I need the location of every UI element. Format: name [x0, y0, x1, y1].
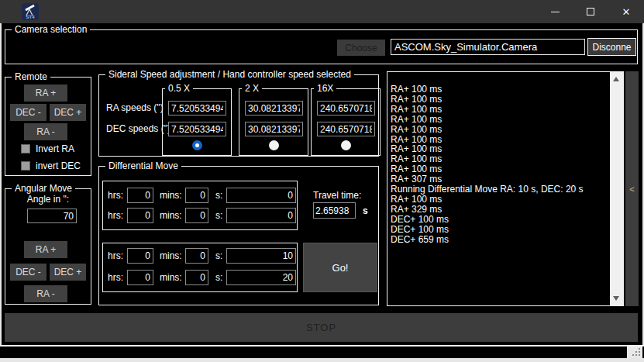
speed-group-05x: 0.5 X: [162, 88, 232, 156]
speed-05x-ra-input[interactable]: [168, 101, 226, 115]
speed-2x-radio[interactable]: [269, 140, 279, 150]
go-button[interactable]: Go!: [303, 243, 377, 292]
speed-16x-ra-input[interactable]: [317, 101, 375, 115]
dec-speeds-label: DEC speeds ("): [106, 123, 170, 134]
angular-dec-minus-button[interactable]: DEC -: [10, 264, 46, 281]
diff-target-dec-mins-input[interactable]: [185, 270, 208, 285]
speed-2x-dec-input[interactable]: [245, 122, 303, 136]
diff-current-dec-s-input[interactable]: [226, 208, 296, 223]
angular-ra-minus-button[interactable]: RA -: [24, 285, 67, 302]
mins-label: mins:: [160, 210, 185, 221]
travel-time-unit: s: [363, 205, 368, 216]
camera-selection-title: Camera selection: [12, 24, 90, 35]
window-controls: ✕: [537, 0, 644, 23]
log-entry: DEC+ 100 ms: [391, 225, 608, 235]
log-entry: RA+ 100 ms: [391, 84, 608, 95]
speed-16x-title: 16X: [314, 83, 336, 94]
speed-2x-title: 2 X: [242, 83, 262, 94]
diff-current-ra-mins-input[interactable]: [185, 188, 208, 203]
speed-05x-title: 0.5 X: [165, 83, 193, 94]
diff-target-ra-mins-input[interactable]: [185, 248, 208, 264]
invert-ra-checkbox[interactable]: [21, 144, 30, 153]
log-entry: RA+ 100 ms: [391, 105, 608, 115]
close-button[interactable]: ✕: [608, 0, 644, 23]
mins-label: mins:: [160, 272, 185, 283]
status-bar: [0, 345, 644, 358]
scroll-down-icon[interactable]: [613, 296, 619, 301]
s-label: s:: [215, 250, 226, 261]
angular-dec-plus-button[interactable]: DEC +: [50, 264, 86, 281]
speed-2x-ra-input[interactable]: [245, 101, 303, 115]
invert-dec-row: invert DEC: [21, 160, 81, 171]
angle-input[interactable]: [27, 209, 77, 223]
differential-move-title: Differential Move: [105, 160, 181, 171]
remote-dec-minus-button[interactable]: DEC -: [10, 104, 46, 121]
angle-in-label: Angle in ":: [5, 194, 91, 205]
speed-05x-radio[interactable]: [192, 140, 202, 150]
diff-target-dec-s-input[interactable]: [226, 270, 296, 285]
speed-16x-dec-input[interactable]: [317, 122, 375, 136]
mins-label: mins:: [160, 190, 185, 201]
speed-group-16x: 16X: [311, 88, 381, 156]
angular-move-group: Angular Move Angle in ": RA + DEC - DEC …: [5, 188, 91, 305]
speed-05x-dec-input[interactable]: [168, 122, 226, 136]
sideral-speed-group: Sideral Speed adjustment / Hand controll…: [98, 74, 379, 157]
choose-camera-button[interactable]: Choose: [337, 40, 385, 56]
sideral-speed-title: Sideral Speed adjustment / Hand controll…: [105, 69, 354, 80]
remote-ra-minus-button[interactable]: RA -: [24, 123, 67, 140]
maximize-button[interactable]: [573, 0, 608, 23]
diff-target-ra-s-input[interactable]: [226, 248, 296, 264]
diff-current-dec-mins-input[interactable]: [185, 208, 208, 223]
app-telescope-icon: ST4: [22, 3, 39, 20]
ra-speeds-label: RA speeds ("): [106, 102, 164, 113]
camera-device-input[interactable]: [391, 39, 585, 55]
log-entry: RA+ 100 ms: [391, 95, 608, 105]
log-entry: RA+ 100 ms: [391, 115, 608, 125]
mins-label: mins:: [160, 250, 185, 261]
disconnect-button[interactable]: Disconne: [587, 38, 636, 56]
scroll-up-icon[interactable]: [613, 77, 619, 81]
speed-group-2x: 2 X: [239, 88, 308, 156]
window-border-left: [0, 23, 2, 362]
log-entry: RA+ 100 ms: [391, 125, 608, 135]
s-label: s:: [215, 210, 226, 221]
minimize-icon: [551, 12, 560, 12]
resize-grip[interactable]: [627, 346, 642, 358]
differential-move-group: Differential Move hrs: mins: s: hrs: min…: [98, 166, 379, 305]
hrs-label: hrs:: [108, 210, 127, 221]
invert-ra-row: Invert RA: [21, 143, 74, 154]
angular-ra-plus-button[interactable]: RA +: [24, 241, 67, 258]
diff-current-dec-hrs-input[interactable]: [127, 208, 153, 223]
travel-time-input[interactable]: [313, 202, 356, 219]
panel-collapse-splitter[interactable]: <: [625, 71, 639, 306]
diff-current-dec-row: hrs: mins: s:: [108, 208, 296, 223]
minimize-button[interactable]: [537, 0, 573, 23]
diff-current-panel: hrs: mins: s: hrs: mins: s:: [102, 181, 298, 230]
diff-current-ra-hrs-input[interactable]: [127, 188, 153, 203]
remote-dec-plus-button[interactable]: DEC +: [50, 104, 86, 121]
speed-16x-radio[interactable]: [341, 140, 351, 150]
angular-move-title: Angular Move: [12, 183, 75, 194]
log-entry: RA+ 329 ms: [391, 205, 608, 215]
diff-target-ra-row: hrs: mins: s:: [108, 248, 296, 264]
log-scrollbar[interactable]: [610, 72, 623, 305]
maximize-icon: [587, 8, 594, 16]
travel-time-label: Travel time:: [313, 190, 375, 201]
diff-target-ra-hrs-input[interactable]: [127, 248, 153, 264]
diff-target-dec-row: hrs: mins: s:: [108, 270, 296, 285]
close-icon: ✕: [622, 6, 631, 18]
client-area: Camera selection Choose Disconne Remote …: [0, 23, 644, 362]
stop-button[interactable]: STOP: [5, 313, 638, 342]
invert-dec-checkbox[interactable]: [21, 161, 30, 171]
remote-ra-plus-button[interactable]: RA +: [24, 84, 67, 102]
remote-title: Remote: [12, 71, 50, 82]
collapse-left-icon: <: [629, 184, 634, 194]
s-label: s:: [215, 272, 226, 283]
diff-current-ra-s-input[interactable]: [226, 188, 296, 203]
log-lines: RA+ 100 msRA+ 100 msRA+ 100 msRA+ 100 ms…: [391, 84, 608, 245]
diff-target-dec-hrs-input[interactable]: [127, 270, 153, 285]
log-listbox[interactable]: RA+ 100 msRA+ 100 msRA+ 100 msRA+ 100 ms…: [387, 71, 624, 306]
hrs-label: hrs:: [108, 272, 127, 283]
titlebar[interactable]: ST4 ✕: [0, 0, 644, 23]
log-entry: DEC+ 100 ms: [391, 215, 608, 225]
